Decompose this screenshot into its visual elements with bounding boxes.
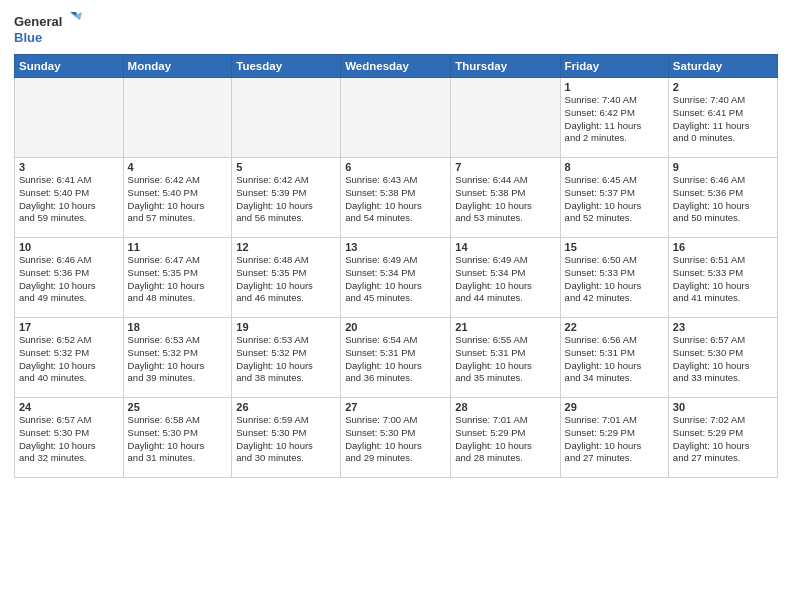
week-row-4: 24Sunrise: 6:57 AM Sunset: 5:30 PM Dayli… (15, 398, 778, 478)
week-row-1: 3Sunrise: 6:41 AM Sunset: 5:40 PM Daylig… (15, 158, 778, 238)
day-number: 3 (19, 161, 119, 173)
calendar-cell: 29Sunrise: 7:01 AM Sunset: 5:29 PM Dayli… (560, 398, 668, 478)
day-number: 7 (455, 161, 555, 173)
day-number: 25 (128, 401, 228, 413)
week-row-3: 17Sunrise: 6:52 AM Sunset: 5:32 PM Dayli… (15, 318, 778, 398)
day-number: 10 (19, 241, 119, 253)
day-info: Sunrise: 6:53 AM Sunset: 5:32 PM Dayligh… (236, 334, 336, 385)
generalblue-logo: General Blue (14, 10, 84, 48)
weekday-saturday: Saturday (668, 55, 777, 78)
day-info: Sunrise: 6:56 AM Sunset: 5:31 PM Dayligh… (565, 334, 664, 385)
day-info: Sunrise: 7:00 AM Sunset: 5:30 PM Dayligh… (345, 414, 446, 465)
day-info: Sunrise: 6:46 AM Sunset: 5:36 PM Dayligh… (19, 254, 119, 305)
day-number: 30 (673, 401, 773, 413)
day-info: Sunrise: 6:48 AM Sunset: 5:35 PM Dayligh… (236, 254, 336, 305)
day-number: 27 (345, 401, 446, 413)
page: General Blue SundayMondayTuesdayWednesda… (0, 0, 792, 484)
calendar-cell: 16Sunrise: 6:51 AM Sunset: 5:33 PM Dayli… (668, 238, 777, 318)
calendar-cell (123, 78, 232, 158)
calendar-cell: 22Sunrise: 6:56 AM Sunset: 5:31 PM Dayli… (560, 318, 668, 398)
calendar-cell (232, 78, 341, 158)
calendar-cell: 23Sunrise: 6:57 AM Sunset: 5:30 PM Dayli… (668, 318, 777, 398)
day-info: Sunrise: 6:57 AM Sunset: 5:30 PM Dayligh… (673, 334, 773, 385)
weekday-thursday: Thursday (451, 55, 560, 78)
day-number: 11 (128, 241, 228, 253)
day-info: Sunrise: 6:46 AM Sunset: 5:36 PM Dayligh… (673, 174, 773, 225)
day-number: 15 (565, 241, 664, 253)
weekday-wednesday: Wednesday (341, 55, 451, 78)
day-number: 23 (673, 321, 773, 333)
day-number: 6 (345, 161, 446, 173)
calendar-cell: 17Sunrise: 6:52 AM Sunset: 5:32 PM Dayli… (15, 318, 124, 398)
calendar-cell: 8Sunrise: 6:45 AM Sunset: 5:37 PM Daylig… (560, 158, 668, 238)
calendar-cell: 2Sunrise: 7:40 AM Sunset: 6:41 PM Daylig… (668, 78, 777, 158)
day-number: 13 (345, 241, 446, 253)
calendar-cell: 20Sunrise: 6:54 AM Sunset: 5:31 PM Dayli… (341, 318, 451, 398)
calendar-cell: 21Sunrise: 6:55 AM Sunset: 5:31 PM Dayli… (451, 318, 560, 398)
calendar-cell: 13Sunrise: 6:49 AM Sunset: 5:34 PM Dayli… (341, 238, 451, 318)
day-number: 5 (236, 161, 336, 173)
day-number: 20 (345, 321, 446, 333)
calendar-cell: 11Sunrise: 6:47 AM Sunset: 5:35 PM Dayli… (123, 238, 232, 318)
day-info: Sunrise: 6:49 AM Sunset: 5:34 PM Dayligh… (345, 254, 446, 305)
day-number: 14 (455, 241, 555, 253)
calendar-cell (451, 78, 560, 158)
weekday-header-row: SundayMondayTuesdayWednesdayThursdayFrid… (15, 55, 778, 78)
calendar-cell: 9Sunrise: 6:46 AM Sunset: 5:36 PM Daylig… (668, 158, 777, 238)
calendar-cell: 4Sunrise: 6:42 AM Sunset: 5:40 PM Daylig… (123, 158, 232, 238)
calendar-cell (15, 78, 124, 158)
day-info: Sunrise: 6:42 AM Sunset: 5:39 PM Dayligh… (236, 174, 336, 225)
day-number: 1 (565, 81, 664, 93)
calendar-cell: 1Sunrise: 7:40 AM Sunset: 6:42 PM Daylig… (560, 78, 668, 158)
calendar-cell: 25Sunrise: 6:58 AM Sunset: 5:30 PM Dayli… (123, 398, 232, 478)
calendar-cell: 10Sunrise: 6:46 AM Sunset: 5:36 PM Dayli… (15, 238, 124, 318)
calendar-cell: 28Sunrise: 7:01 AM Sunset: 5:29 PM Dayli… (451, 398, 560, 478)
day-number: 9 (673, 161, 773, 173)
logo-area: General Blue (14, 10, 84, 48)
day-info: Sunrise: 6:44 AM Sunset: 5:38 PM Dayligh… (455, 174, 555, 225)
day-info: Sunrise: 6:43 AM Sunset: 5:38 PM Dayligh… (345, 174, 446, 225)
day-number: 12 (236, 241, 336, 253)
calendar-cell (341, 78, 451, 158)
day-number: 16 (673, 241, 773, 253)
day-number: 29 (565, 401, 664, 413)
day-number: 28 (455, 401, 555, 413)
calendar-table: SundayMondayTuesdayWednesdayThursdayFrid… (14, 54, 778, 478)
day-info: Sunrise: 6:49 AM Sunset: 5:34 PM Dayligh… (455, 254, 555, 305)
day-info: Sunrise: 7:01 AM Sunset: 5:29 PM Dayligh… (565, 414, 664, 465)
day-info: Sunrise: 7:01 AM Sunset: 5:29 PM Dayligh… (455, 414, 555, 465)
svg-text:Blue: Blue (14, 30, 42, 45)
day-number: 26 (236, 401, 336, 413)
day-number: 8 (565, 161, 664, 173)
calendar-cell: 5Sunrise: 6:42 AM Sunset: 5:39 PM Daylig… (232, 158, 341, 238)
day-number: 24 (19, 401, 119, 413)
weekday-sunday: Sunday (15, 55, 124, 78)
day-info: Sunrise: 6:41 AM Sunset: 5:40 PM Dayligh… (19, 174, 119, 225)
week-row-2: 10Sunrise: 6:46 AM Sunset: 5:36 PM Dayli… (15, 238, 778, 318)
day-info: Sunrise: 6:58 AM Sunset: 5:30 PM Dayligh… (128, 414, 228, 465)
calendar-cell: 30Sunrise: 7:02 AM Sunset: 5:29 PM Dayli… (668, 398, 777, 478)
day-info: Sunrise: 6:55 AM Sunset: 5:31 PM Dayligh… (455, 334, 555, 385)
day-number: 17 (19, 321, 119, 333)
day-info: Sunrise: 7:40 AM Sunset: 6:42 PM Dayligh… (565, 94, 664, 145)
weekday-tuesday: Tuesday (232, 55, 341, 78)
day-info: Sunrise: 6:54 AM Sunset: 5:31 PM Dayligh… (345, 334, 446, 385)
svg-text:General: General (14, 14, 62, 29)
day-number: 22 (565, 321, 664, 333)
week-row-0: 1Sunrise: 7:40 AM Sunset: 6:42 PM Daylig… (15, 78, 778, 158)
day-info: Sunrise: 6:52 AM Sunset: 5:32 PM Dayligh… (19, 334, 119, 385)
weekday-monday: Monday (123, 55, 232, 78)
weekday-friday: Friday (560, 55, 668, 78)
calendar-cell: 7Sunrise: 6:44 AM Sunset: 5:38 PM Daylig… (451, 158, 560, 238)
calendar-cell: 18Sunrise: 6:53 AM Sunset: 5:32 PM Dayli… (123, 318, 232, 398)
day-info: Sunrise: 7:40 AM Sunset: 6:41 PM Dayligh… (673, 94, 773, 145)
day-info: Sunrise: 6:42 AM Sunset: 5:40 PM Dayligh… (128, 174, 228, 225)
header: General Blue (14, 10, 778, 48)
day-number: 19 (236, 321, 336, 333)
calendar-cell: 24Sunrise: 6:57 AM Sunset: 5:30 PM Dayli… (15, 398, 124, 478)
day-info: Sunrise: 6:45 AM Sunset: 5:37 PM Dayligh… (565, 174, 664, 225)
day-number: 21 (455, 321, 555, 333)
calendar-cell: 12Sunrise: 6:48 AM Sunset: 5:35 PM Dayli… (232, 238, 341, 318)
calendar-cell: 14Sunrise: 6:49 AM Sunset: 5:34 PM Dayli… (451, 238, 560, 318)
day-info: Sunrise: 6:53 AM Sunset: 5:32 PM Dayligh… (128, 334, 228, 385)
